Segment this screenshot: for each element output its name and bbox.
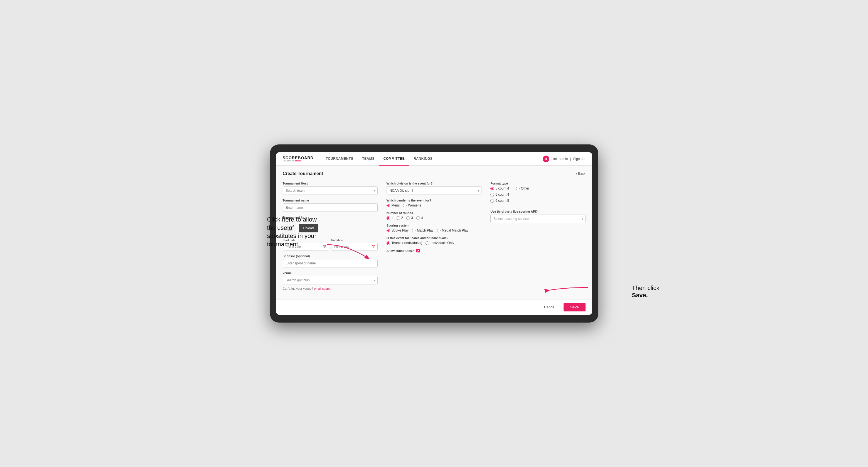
format-5count4-radio[interactable]: [490, 187, 494, 190]
scoring-medal-radio[interactable]: [437, 229, 440, 232]
save-button[interactable]: Save: [563, 303, 585, 311]
avatar: B: [543, 156, 549, 162]
event-individuals-radio[interactable]: [426, 241, 429, 245]
form-col-3: Format type 5 count 4 Other: [490, 182, 585, 290]
format-5count4[interactable]: 5 count 4: [490, 186, 509, 190]
scoring-service-group: Use third-party live scoring API? Select…: [490, 210, 585, 223]
allow-substitutes-group: Allow substitutes?: [386, 249, 482, 252]
event-teams-radio[interactable]: [386, 241, 390, 245]
allow-substitutes-checkbox[interactable]: [416, 249, 420, 252]
scoring-match[interactable]: Match Play: [412, 228, 433, 232]
start-date-icon: 📅: [323, 245, 327, 249]
nav-teams[interactable]: TEAMS: [358, 152, 379, 165]
user-label: blair admin: [552, 157, 568, 161]
scoring-system-group: Scoring system Stroke Play Match Play: [386, 224, 482, 232]
sign-out-link[interactable]: Sign out: [573, 157, 585, 161]
venue-input[interactable]: [283, 276, 378, 284]
page-header: Create Tournament ‹ Back: [283, 171, 586, 176]
format-options: 5 count 4 Other 6 count 4: [490, 186, 585, 203]
scoring-service-label: Use third-party live scoring API?: [490, 210, 585, 213]
gender-womens[interactable]: Womens: [403, 204, 421, 207]
rounds-1-radio[interactable]: [386, 216, 390, 220]
scoring-match-radio[interactable]: [412, 229, 415, 232]
cancel-button[interactable]: Cancel: [538, 303, 561, 311]
division-label: Which division is the event for?: [386, 182, 482, 185]
form-col-2: Which division is the event for? NCAA Di…: [386, 182, 482, 290]
gender-womens-radio[interactable]: [403, 204, 407, 207]
format-row-1: 5 count 4 Other: [490, 186, 585, 190]
back-link[interactable]: ‹ Back: [576, 172, 585, 176]
annotation-right: Then click Save.: [632, 284, 659, 299]
end-date-group: End date 📅: [331, 239, 378, 250]
rounds-3-radio[interactable]: [406, 216, 410, 220]
venue-select-wrapper: [283, 276, 378, 284]
end-date-icon: 📅: [372, 245, 375, 249]
nav-committee[interactable]: COMMITTEE: [379, 152, 409, 165]
division-group: Which division is the event for? NCAA Di…: [386, 182, 482, 195]
tournament-name-group: Tournament name: [283, 199, 378, 212]
sponsor-label: Sponsor (optional): [283, 254, 378, 258]
annotation-left: Click here to allow the use of substitut…: [267, 215, 323, 249]
sponsor-group: Sponsor (optional): [283, 254, 378, 268]
gender-mens[interactable]: Mens: [386, 204, 400, 207]
scoring-system-radio-group: Stroke Play Match Play Medal Match Play: [386, 228, 482, 232]
sponsor-input[interactable]: [283, 259, 378, 268]
gender-radio-group: Mens Womens: [386, 204, 482, 207]
form-grid: Tournament Host Tournament name Tourname…: [283, 182, 586, 290]
scoring-stroke[interactable]: Stroke Play: [386, 228, 408, 232]
venue-email-link[interactable]: email support: [314, 287, 332, 290]
format-6count4-radio[interactable]: [490, 193, 494, 196]
division-select-wrapper: NCAA Division I NCAA Division II NCAA Di…: [386, 186, 482, 195]
end-date-input[interactable]: [331, 243, 378, 250]
end-date-wrapper: 📅: [331, 243, 378, 250]
page-footer: Cancel Save: [276, 299, 592, 315]
rounds-radio-group: 1 2 3: [386, 216, 482, 220]
event-individuals[interactable]: Individuals Only: [426, 241, 454, 245]
tournament-host-input[interactable]: [283, 186, 378, 195]
rounds-4-radio[interactable]: [416, 216, 420, 220]
format-other[interactable]: Other: [516, 186, 529, 190]
format-6count5-radio[interactable]: [490, 199, 494, 203]
tablet-screen: SCOREBOARD Powered by clippd TOURNAMENTS…: [276, 152, 592, 315]
scoring-service-select[interactable]: Select a scoring service: [490, 215, 585, 223]
format-6count4[interactable]: 6 count 4: [490, 193, 585, 196]
page-content: Create Tournament ‹ Back Tournament Host: [276, 165, 592, 299]
rounds-1[interactable]: 1: [386, 216, 393, 220]
tournament-name-input[interactable]: [283, 204, 378, 212]
tournament-host-select-wrapper: [283, 186, 378, 195]
event-for-label: Is this event for Teams and/or Individua…: [386, 236, 482, 240]
nav-links: TOURNAMENTS TEAMS COMMITTEE RANKINGS: [321, 152, 543, 165]
logo: SCOREBOARD Powered by clippd: [283, 156, 314, 162]
nav-rankings[interactable]: RANKINGS: [409, 152, 437, 165]
scoring-medal-match[interactable]: Medal Match Play: [437, 228, 468, 232]
logo-powered: Powered by clippd: [283, 160, 314, 162]
event-for-group: Is this event for Teams and/or Individua…: [386, 236, 482, 245]
tournament-host-group: Tournament Host: [283, 182, 378, 195]
end-date-label: End date: [331, 239, 378, 242]
rounds-group: Number of rounds 1 2: [386, 211, 482, 220]
nav-tournaments[interactable]: TOURNAMENTS: [321, 152, 358, 165]
rounds-2[interactable]: 2: [397, 216, 403, 220]
rounds-4[interactable]: 4: [416, 216, 423, 220]
rounds-2-radio[interactable]: [397, 216, 400, 220]
event-for-radio-group: Teams (+Individuals) Individuals Only: [386, 241, 482, 245]
event-teams[interactable]: Teams (+Individuals): [386, 241, 422, 245]
logo-title: SCOREBOARD: [283, 156, 314, 160]
gender-group: Which gender is the event for? Mens Wome…: [386, 199, 482, 207]
page-title: Create Tournament: [283, 171, 323, 176]
allow-substitutes-label[interactable]: Allow substitutes?: [386, 249, 482, 252]
navigation: SCOREBOARD Powered by clippd TOURNAMENTS…: [276, 152, 592, 165]
format-other-radio[interactable]: [516, 187, 520, 190]
rounds-3[interactable]: 3: [406, 216, 413, 220]
scoring-service-select-wrapper: Select a scoring service: [490, 215, 585, 223]
gender-mens-radio[interactable]: [386, 204, 390, 207]
scoring-system-label: Scoring system: [386, 224, 482, 227]
division-select[interactable]: NCAA Division I NCAA Division II NCAA Di…: [386, 186, 482, 195]
venue-label: Venue: [283, 271, 378, 275]
scoring-stroke-radio[interactable]: [386, 229, 390, 232]
venue-group: Venue Can't find your venue? email suppo…: [283, 271, 378, 290]
format-type-label: Format type: [490, 182, 585, 185]
gender-label: Which gender is the event for?: [386, 199, 482, 202]
format-6count5[interactable]: 6 count 5: [490, 199, 585, 203]
rounds-label: Number of rounds: [386, 211, 482, 215]
